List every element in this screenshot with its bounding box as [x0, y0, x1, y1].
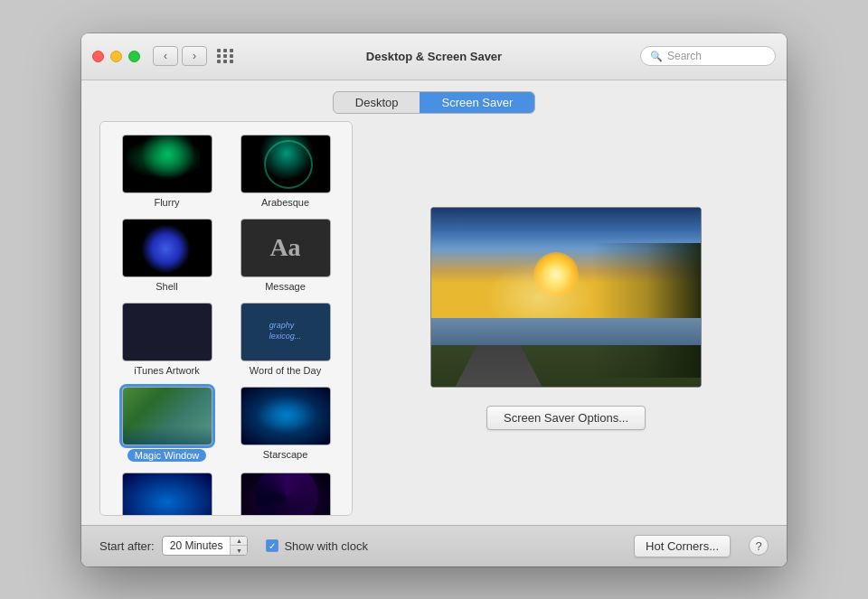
search-box[interactable]: 🔍 Search: [640, 46, 776, 66]
maximize-button[interactable]: [128, 51, 140, 62]
saver-grid: Flurry Arabesque Shell: [100, 122, 352, 516]
bottom-bar: Start after: 20 Minutes ▲ ▼ ✓ Show with …: [81, 525, 787, 566]
start-after-label: Start after:: [99, 539, 155, 553]
random-thumb: [241, 473, 330, 516]
tab-desktop[interactable]: Desktop: [334, 92, 420, 113]
stepper-value: 20 Minutes: [163, 537, 231, 555]
saver-thumbnail: graphylexicog...: [241, 303, 331, 361]
list-item[interactable]: Textify Me: [108, 467, 226, 516]
itunes-thumb: [123, 304, 212, 360]
water-layer: [431, 318, 701, 345]
search-icon: 🔍: [650, 51, 663, 62]
right-panel: Screen Saver Options...: [363, 121, 769, 516]
minimize-button[interactable]: [110, 51, 122, 62]
list-item[interactable]: iTunes Artwork: [108, 297, 226, 381]
flurry-thumb: [123, 136, 212, 192]
main-window: ‹ › Desktop & Screen Saver 🔍 Search Desk…: [81, 33, 787, 566]
saver-label: iTunes Artwork: [134, 365, 199, 376]
start-after-group: Start after: 20 Minutes ▲ ▼: [99, 536, 248, 556]
stepper-down[interactable]: ▼: [231, 546, 247, 555]
window-title: Desktop & Screen Saver: [366, 50, 502, 63]
saver-label: Word of the Day: [250, 365, 321, 376]
search-placeholder: Search: [667, 50, 702, 62]
saver-thumbnail: Aa: [241, 219, 331, 277]
list-item[interactable]: Flurry: [108, 129, 226, 213]
word-text: graphylexicog...: [266, 317, 306, 345]
word-thumb: graphylexicog...: [241, 304, 330, 360]
saver-label: Message: [265, 281, 306, 292]
screensaver-list[interactable]: Flurry Arabesque Shell: [99, 121, 353, 516]
list-item[interactable]: Arabesque: [226, 129, 344, 213]
list-item[interactable]: graphylexicog... Word of the Day: [226, 297, 344, 381]
list-item[interactable]: Aa Message: [226, 213, 344, 297]
starscape-thumb: [241, 388, 330, 445]
saver-thumbnail: [122, 303, 212, 361]
textify-thumb: [123, 473, 212, 516]
saver-label: Magic Window: [127, 449, 207, 462]
forward-button[interactable]: ›: [182, 46, 207, 66]
list-item[interactable]: Random: [226, 467, 344, 516]
titlebar: ‹ › Desktop & Screen Saver 🔍 Search: [81, 33, 787, 80]
saver-thumbnail: [241, 135, 331, 193]
saver-thumbnail: [241, 387, 331, 445]
segment-bar: Desktop Screen Saver: [81, 80, 787, 121]
close-button[interactable]: [92, 51, 104, 62]
show-clock-checkbox[interactable]: ✓: [266, 539, 278, 552]
message-thumb: Aa: [241, 220, 330, 276]
preview-image: [431, 208, 701, 387]
nav-buttons: ‹ ›: [153, 46, 207, 66]
saver-thumbnail: [122, 473, 212, 516]
grid-icon: [217, 49, 234, 63]
show-clock-group: ✓ Show with clock: [266, 539, 367, 553]
palms-layer: [592, 243, 701, 378]
help-button[interactable]: ?: [749, 536, 769, 556]
list-item[interactable]: Starscape: [226, 381, 344, 467]
tab-screensaver[interactable]: Screen Saver: [420, 92, 534, 113]
stepper-arrows: ▲ ▼: [231, 537, 247, 555]
magic-thumb: [123, 388, 212, 445]
saver-label: Shell: [156, 281, 177, 292]
show-clock-label: Show with clock: [284, 539, 367, 553]
traffic-lights: [92, 51, 140, 62]
main-content: Flurry Arabesque Shell: [81, 121, 787, 525]
grid-view-button[interactable]: [212, 46, 238, 66]
saver-thumbnail: [122, 135, 212, 193]
segment-control: Desktop Screen Saver: [333, 91, 535, 114]
shell-thumb: [123, 220, 212, 276]
stepper-up[interactable]: ▲: [231, 537, 247, 546]
saver-label: Arabesque: [261, 197, 309, 208]
saver-label: Starscape: [263, 449, 308, 460]
preview-area: [430, 207, 702, 388]
saver-thumbnail: [122, 219, 212, 277]
back-button[interactable]: ‹: [153, 46, 178, 66]
hot-corners-button[interactable]: Hot Corners...: [634, 535, 731, 557]
arabesque-thumb: [241, 136, 330, 192]
list-item[interactable]: Magic Window: [108, 381, 226, 467]
screen-saver-options-button[interactable]: Screen Saver Options...: [486, 406, 646, 430]
list-item[interactable]: Shell: [108, 213, 226, 297]
saver-thumbnail: [241, 473, 331, 516]
start-after-stepper[interactable]: 20 Minutes ▲ ▼: [162, 536, 249, 556]
saver-label: Flurry: [154, 197, 179, 208]
saver-thumbnail: [122, 387, 212, 445]
